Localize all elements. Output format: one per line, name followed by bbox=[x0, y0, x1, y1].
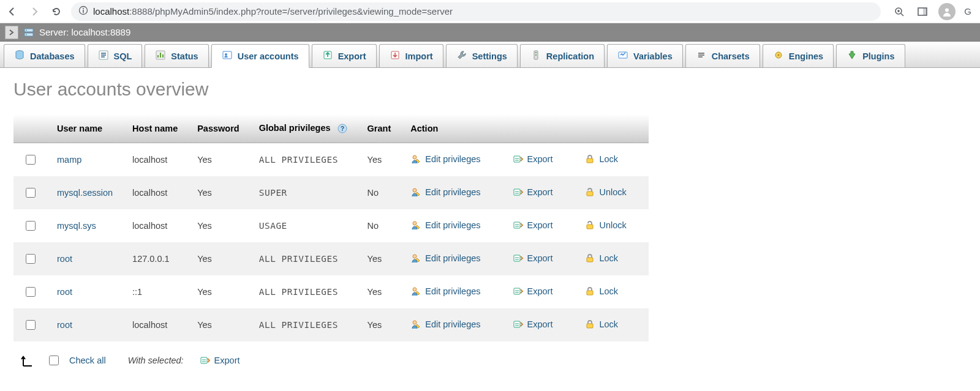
svg-point-29 bbox=[945, 8, 949, 12]
edit-privileges-button[interactable]: Edit privileges bbox=[410, 187, 480, 198]
row-checkbox[interactable] bbox=[26, 287, 36, 297]
breadcrumb-bar: Server: localhost:8889 bbox=[0, 23, 980, 42]
lock-toggle-button[interactable]: Lock bbox=[584, 253, 618, 264]
tab-settings[interactable]: Settings bbox=[446, 44, 518, 67]
col-grant[interactable]: Grant bbox=[358, 114, 401, 143]
row-export-button[interactable]: Export bbox=[513, 286, 553, 297]
col-hostname[interactable]: Host name bbox=[123, 114, 187, 143]
tab-user-accounts[interactable]: User accounts bbox=[211, 44, 309, 68]
grant-cell: Yes bbox=[358, 275, 401, 308]
tab-variables[interactable]: Variables bbox=[607, 44, 683, 67]
tab-import[interactable]: Import bbox=[379, 44, 443, 67]
check-all-checkbox[interactable] bbox=[49, 356, 59, 365]
privileges-cell: ALL PRIVILEGES bbox=[249, 242, 358, 275]
user-accounts-table: User name Host name Password Global priv… bbox=[13, 114, 649, 341]
lock-toggle-button[interactable]: Lock bbox=[584, 154, 618, 165]
privileges-cell: ALL PRIVILEGES bbox=[249, 275, 358, 308]
row-export-button[interactable]: Export bbox=[513, 154, 553, 165]
tab-plugins[interactable]: Plugins bbox=[836, 44, 905, 67]
edit-privileges-button[interactable]: Edit privileges bbox=[410, 253, 480, 264]
users-icon bbox=[222, 50, 233, 62]
site-info-icon[interactable] bbox=[78, 6, 88, 17]
tab-status[interactable]: Status bbox=[145, 44, 208, 67]
nav-collapse-toggle[interactable] bbox=[5, 26, 18, 39]
privileges-cell: USAGE bbox=[249, 209, 358, 242]
with-selected-label: With selected: bbox=[128, 356, 184, 365]
tab-engines[interactable]: Engines bbox=[763, 44, 834, 67]
tab-charsets[interactable]: Charsets bbox=[685, 44, 760, 67]
username-link[interactable]: mysql.session bbox=[57, 188, 113, 198]
row-export-button[interactable]: Export bbox=[513, 187, 553, 198]
export-icon bbox=[322, 50, 333, 62]
help-icon[interactable] bbox=[337, 123, 348, 134]
lock-toggle-button[interactable]: Lock bbox=[584, 319, 618, 330]
zoom-icon[interactable] bbox=[892, 4, 907, 19]
password-cell: Yes bbox=[187, 275, 249, 308]
row-checkbox[interactable] bbox=[26, 221, 36, 231]
panel-toggle-icon[interactable] bbox=[915, 4, 930, 19]
tab-label: Charsets bbox=[712, 51, 750, 61]
browser-forward-button[interactable] bbox=[27, 4, 42, 19]
tab-replication[interactable]: Replication bbox=[520, 44, 605, 67]
charsets-icon bbox=[696, 50, 707, 62]
username-link[interactable]: mysql.sys bbox=[57, 221, 96, 231]
svg-point-24 bbox=[83, 8, 84, 9]
username-link[interactable]: root bbox=[57, 254, 72, 264]
edit-privileges-button[interactable]: Edit privileges bbox=[410, 286, 480, 297]
username-link[interactable]: mamp bbox=[57, 155, 81, 165]
password-cell: Yes bbox=[187, 308, 249, 341]
col-username[interactable]: User name bbox=[47, 114, 123, 143]
table-row: root ::1 Yes ALL PRIVILEGES Yes Edit pri… bbox=[13, 275, 649, 308]
tab-export[interactable]: Export bbox=[312, 44, 377, 67]
lock-toggle-button[interactable]: Unlock bbox=[584, 220, 626, 231]
address-bar[interactable]: localhost:8888/phpMyAdmin5/index.php?rou… bbox=[71, 2, 881, 21]
username-link[interactable]: root bbox=[57, 320, 72, 330]
table-row: mysql.session localhost Yes SUPER No Edi… bbox=[13, 176, 649, 209]
grant-cell: No bbox=[358, 209, 401, 242]
lock-toggle-button[interactable]: Unlock bbox=[584, 187, 626, 198]
row-export-button[interactable]: Export bbox=[513, 220, 553, 231]
check-all-link[interactable]: Check all bbox=[69, 356, 106, 365]
engines-icon bbox=[773, 50, 784, 62]
row-checkbox[interactable] bbox=[26, 320, 36, 330]
tab-label: Import bbox=[405, 51, 433, 61]
plugins-icon bbox=[846, 50, 858, 62]
hostname-cell: 127.0.0.1 bbox=[123, 242, 187, 275]
browser-reload-button[interactable] bbox=[49, 4, 64, 19]
bulk-export-button[interactable]: Export bbox=[200, 355, 240, 366]
hostname-cell: localhost bbox=[123, 176, 187, 209]
profile-avatar[interactable] bbox=[938, 3, 956, 20]
edit-privileges-button[interactable]: Edit privileges bbox=[410, 319, 480, 330]
row-checkbox[interactable] bbox=[26, 188, 36, 198]
replication-icon bbox=[530, 50, 541, 62]
password-cell: Yes bbox=[187, 143, 249, 177]
row-checkbox[interactable] bbox=[26, 254, 36, 264]
lock-toggle-button[interactable]: Lock bbox=[584, 286, 618, 297]
username-link[interactable]: root bbox=[57, 287, 72, 297]
row-export-button[interactable]: Export bbox=[513, 253, 553, 264]
server-icon bbox=[23, 27, 34, 38]
grant-cell: Yes bbox=[358, 143, 401, 177]
row-export-button[interactable]: Export bbox=[513, 319, 553, 330]
database-icon bbox=[14, 50, 25, 62]
edit-privileges-button[interactable]: Edit privileges bbox=[410, 220, 480, 231]
edit-privileges-button[interactable]: Edit privileges bbox=[410, 154, 480, 165]
table-row: mamp localhost Yes ALL PRIVILEGES Yes Ed… bbox=[13, 143, 649, 177]
browser-back-button[interactable] bbox=[5, 4, 20, 19]
password-cell: Yes bbox=[187, 242, 249, 275]
tab-sql[interactable]: SQL bbox=[88, 44, 143, 67]
row-checkbox[interactable] bbox=[26, 155, 36, 165]
select-arrow-icon bbox=[20, 352, 38, 368]
hostname-cell: localhost bbox=[123, 209, 187, 242]
svg-rect-25 bbox=[83, 10, 84, 13]
tab-label: Status bbox=[171, 51, 198, 61]
import-icon bbox=[390, 50, 401, 62]
col-password[interactable]: Password bbox=[187, 114, 249, 143]
tab-databases[interactable]: Databases bbox=[4, 44, 85, 67]
breadcrumb-text[interactable]: Server: localhost:8889 bbox=[39, 27, 130, 37]
tab-label: Engines bbox=[789, 51, 823, 61]
hostname-cell: localhost bbox=[123, 308, 187, 341]
col-globalpriv[interactable]: Global privileges bbox=[249, 114, 358, 143]
tab-label: User accounts bbox=[238, 51, 299, 61]
table-row: root localhost Yes ALL PRIVILEGES Yes Ed… bbox=[13, 308, 649, 341]
